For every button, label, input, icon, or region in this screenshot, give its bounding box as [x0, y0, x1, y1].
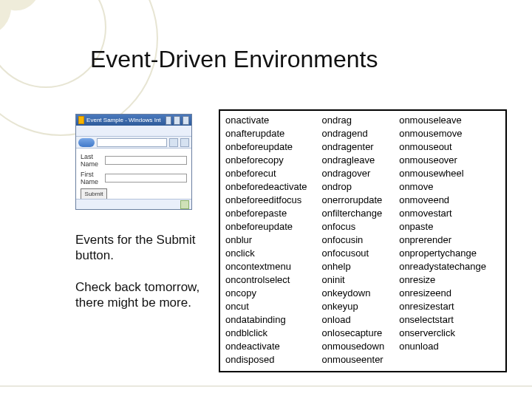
event-name: onhelp [322, 260, 385, 273]
browser-toolbar [76, 126, 191, 137]
event-name: onbeforeeditfocus [225, 194, 307, 207]
first-name-input[interactable] [105, 174, 187, 183]
maximize-icon [174, 116, 180, 125]
last-name-input[interactable] [105, 156, 187, 165]
event-name: onbeforedeactivate [225, 180, 307, 194]
caption-events: Events for the Submit button. [75, 232, 216, 264]
browser-screenshot: Event Sample - Windows Internet Explore … [75, 114, 192, 210]
event-name: onerrorupdate [322, 194, 385, 207]
event-name: onmouseenter [322, 353, 385, 366]
event-name: onmouseout [399, 140, 486, 154]
event-name: onresizestart [399, 300, 486, 313]
event-name: oninit [322, 273, 385, 287]
status-icon [180, 200, 189, 209]
close-icon [183, 116, 189, 125]
event-name: ondatabinding [225, 313, 307, 327]
event-name: onload [322, 313, 385, 327]
event-name: onfilterchange [322, 207, 385, 220]
page-title: Event-Driven Environments [90, 46, 378, 73]
event-name: onmousedown [322, 340, 385, 353]
event-name: ondeactivate [225, 340, 307, 353]
event-name: onmousemove [399, 127, 486, 140]
event-name: onreadystatechange [399, 260, 486, 273]
event-name: onpropertychange [399, 247, 486, 260]
event-name: onprerender [399, 233, 486, 247]
event-name: onfocus [322, 220, 385, 233]
event-name: onmove [399, 180, 486, 194]
event-name: onblur [225, 233, 307, 247]
event-name: onmovestart [399, 207, 486, 220]
event-name: onunload [399, 340, 486, 353]
event-name: ondragenter [322, 140, 385, 154]
submit-button[interactable]: Submit [81, 188, 107, 200]
go-button-icon [169, 138, 178, 147]
event-name: oncontrolselect [225, 273, 307, 287]
event-column-3: onmouseleaveonmousemoveonmouseoutonmouse… [399, 114, 486, 368]
search-icon [180, 138, 189, 147]
event-column-2: ondragondragendondragenterondragleaveond… [322, 114, 385, 368]
event-name: onbeforeupdate [225, 140, 307, 154]
minimize-icon [166, 116, 172, 125]
event-name: ondragleave [322, 154, 385, 167]
window-title: Event Sample - Windows Internet Explore [86, 117, 161, 123]
last-name-label: Last Name [81, 153, 102, 168]
event-name: onbeforecopy [225, 154, 307, 167]
event-name: onmouseover [399, 154, 486, 167]
address-bar [97, 138, 167, 147]
event-name: onbeforeupdate [225, 220, 307, 233]
footer-divider [0, 386, 532, 386]
event-name: onkeydown [322, 287, 385, 300]
event-name: ondragend [322, 127, 385, 140]
event-name: ondisposed [225, 353, 307, 366]
event-name: ondragover [322, 167, 385, 180]
event-name: onserverclick [399, 327, 486, 340]
nav-back-forward-icon [78, 138, 95, 147]
event-name: onbeforecut [225, 167, 307, 180]
event-name: onmouseleave [399, 114, 486, 127]
event-name: ondrop [322, 180, 385, 194]
event-name: ondrag [322, 114, 385, 127]
event-name: onmoveend [399, 194, 486, 207]
event-name: onresize [399, 273, 486, 287]
event-column-1: onactivateonafterupdateonbeforeupdateonb… [225, 114, 307, 368]
event-name: onmousewheel [399, 167, 486, 180]
event-name: onactivate [225, 114, 307, 127]
event-name: onbeforepaste [225, 207, 307, 220]
event-list-box: onactivateonafterupdateonbeforeupdateonb… [219, 109, 507, 372]
event-name: oncut [225, 300, 307, 313]
app-icon [78, 116, 84, 124]
event-name: onclick [225, 247, 307, 260]
caption-more: Check back tomorrow, there might be more… [75, 279, 216, 311]
event-name: oncontextmenu [225, 260, 307, 273]
event-name: onlosecapture [322, 327, 385, 340]
first-name-label: First Name [81, 171, 102, 185]
event-name: onpaste [399, 220, 486, 233]
event-name: onkeyup [322, 300, 385, 313]
event-name: onselectstart [399, 313, 486, 327]
event-name: onresizeend [399, 287, 486, 300]
event-name: onfocusin [322, 233, 385, 247]
event-name: ondblclick [225, 327, 307, 340]
event-name: onafterupdate [225, 127, 307, 140]
event-name: oncopy [225, 287, 307, 300]
event-name: onfocusout [322, 247, 385, 260]
